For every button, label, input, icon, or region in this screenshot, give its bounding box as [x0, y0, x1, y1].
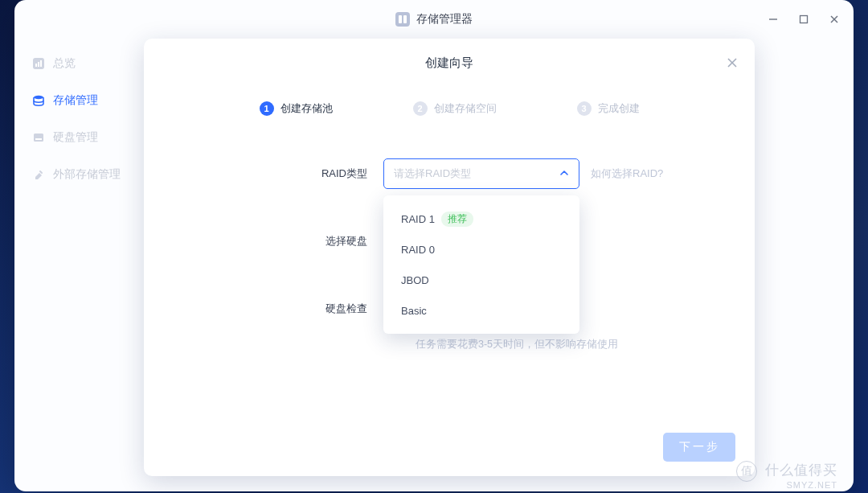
raid-select-placeholder: 请选择RAID类型 — [394, 166, 471, 181]
maximize-button[interactable] — [789, 6, 818, 32]
modal-footer: 下一步 — [144, 418, 755, 476]
sidebar-item-disk[interactable]: 硬盘管理 — [14, 119, 151, 156]
step-label: 创建存储池 — [280, 101, 333, 116]
title-bar: 存储管理器 — [14, 0, 854, 39]
next-button[interactable]: 下一步 — [663, 433, 735, 462]
recommended-badge: 推荐 — [441, 212, 473, 227]
raid-type-select[interactable]: 请选择RAID类型 — [383, 158, 579, 189]
step-badge: 2 — [413, 101, 428, 116]
title-center: 存储管理器 — [395, 12, 473, 27]
raid-select-wrap: 请选择RAID类型 RAID 1 推荐 RAID 0 — [383, 158, 579, 189]
sidebar-item-label: 硬盘管理 — [53, 130, 98, 145]
raid-help-link[interactable]: 如何选择RAID? — [591, 166, 663, 181]
sidebar-item-label: 外部存储管理 — [53, 167, 121, 182]
svg-point-8 — [34, 96, 43, 99]
row-raid-type: RAID类型 请选择RAID类型 RAID 1 推荐 — [176, 140, 723, 207]
step-badge: 1 — [260, 101, 274, 116]
svg-rect-5 — [35, 64, 37, 67]
select-disk-label: 选择硬盘 — [176, 234, 383, 249]
modal-close-button[interactable] — [721, 51, 743, 74]
chevron-up-icon — [559, 168, 569, 180]
external-icon — [32, 168, 45, 181]
svg-rect-7 — [40, 60, 42, 67]
step-2: 2 创建存储空间 — [413, 101, 497, 116]
option-label: Basic — [401, 305, 427, 317]
step-label: 创建存储空间 — [434, 101, 497, 116]
svg-rect-10 — [35, 138, 42, 140]
raid-option-basic[interactable]: Basic — [383, 295, 579, 326]
svg-rect-1 — [800, 16, 808, 23]
svg-rect-9 — [34, 134, 43, 142]
watermark-sub: SMYZ.NET — [736, 480, 837, 490]
wizard-form: RAID类型 请选择RAID类型 RAID 1 推荐 — [144, 140, 755, 351]
svg-rect-6 — [38, 62, 39, 67]
step-label: 完成创建 — [598, 101, 640, 116]
window-controls — [759, 0, 849, 39]
option-label: JBOD — [401, 274, 429, 286]
minimize-button[interactable] — [759, 6, 788, 32]
sidebar-item-external[interactable]: 外部存储管理 — [14, 156, 151, 193]
create-wizard-modal: 创建向导 1 创建存储池 2 创建存储空间 3 完成创建 RAID类型 — [144, 39, 755, 476]
sidebar-item-label: 总览 — [53, 56, 76, 71]
option-label: RAID 1 — [401, 213, 435, 225]
step-3: 3 完成创建 — [577, 101, 640, 116]
modal-title: 创建向导 — [425, 55, 473, 71]
storage-icon — [32, 94, 45, 107]
disk-check-label: 硬盘检查 — [176, 302, 383, 316]
sidebar-item-storage[interactable]: 存储管理 — [14, 82, 151, 119]
app-icon — [395, 12, 410, 27]
sidebar-item-overview[interactable]: 总览 — [14, 45, 151, 82]
raid-type-label: RAID类型 — [176, 166, 383, 181]
raid-option-raid0[interactable]: RAID 0 — [383, 234, 579, 265]
disk-check-note: 任务需要花费3-5天时间，但不影响存储使用 — [416, 338, 723, 351]
close-button[interactable] — [820, 6, 849, 32]
step-badge: 3 — [577, 101, 592, 116]
window-title: 存储管理器 — [416, 12, 473, 27]
option-label: RAID 0 — [401, 244, 435, 256]
disk-icon — [32, 131, 45, 144]
overview-icon — [32, 57, 45, 70]
watermark-text: 什么值得买 — [765, 462, 837, 478]
modal-header: 创建向导 — [144, 39, 755, 87]
raid-type-dropdown: RAID 1 推荐 RAID 0 JBOD Basic — [383, 195, 579, 334]
sidebar-item-label: 存储管理 — [53, 93, 98, 108]
step-1: 1 创建存储池 — [260, 101, 333, 116]
raid-option-raid1[interactable]: RAID 1 推荐 — [383, 203, 579, 234]
app-window: 存储管理器 总览 存储管理 — [14, 0, 854, 491]
raid-option-jbod[interactable]: JBOD — [383, 265, 579, 295]
wizard-steps: 1 创建存储池 2 创建存储空间 3 完成创建 — [144, 87, 755, 140]
sidebar: 总览 存储管理 硬盘管理 外部存储管理 — [14, 39, 151, 491]
